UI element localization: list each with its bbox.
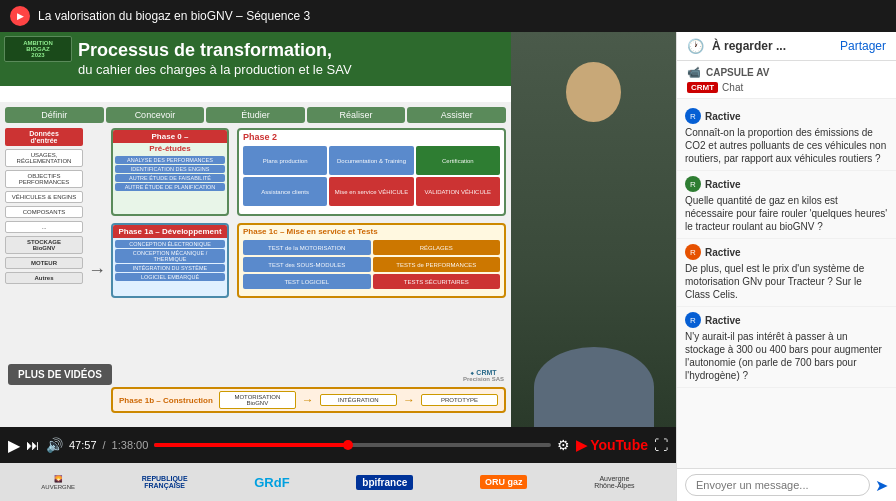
capsule-label: CAPSULE AV [706,67,769,78]
crmt-logo: ⬥ CRMT Precision SAS [463,369,504,383]
data-item-stockage: STOCKAGEBioGNV [5,236,83,254]
data-header: Donnéesd'entrée [5,128,83,146]
phase-2-item-valid: VALIDATION VÉHICULE [416,177,500,206]
phase-1b-box: Phase 1b – Construction MOTORISATION Bio… [111,387,506,413]
slide-header: AMBITION BIOGAZ 2023 Processus de transf… [0,32,511,86]
data-item-vehicules: VÉHICULES & ENGINS [5,191,83,203]
youtube-icon[interactable]: ▶ YouTube [576,437,648,453]
send-button[interactable]: ➤ [875,476,888,495]
username-1: Ractive [705,111,741,122]
phase-1c-title: Phase 1c – Mise en service et Tests [239,225,504,238]
phase-1c-item-6: TESTS SÉCURITAIRES [373,274,501,289]
slide-area: AMBITION BIOGAZ 2023 Processus de transf… [0,32,511,427]
phase-1b-item-1: MOTORISATION BioGNV [219,391,296,409]
phase-0-item-4: AUTRE ÉTUDE DE PLANIFICATION [115,183,225,191]
logo-republique: REPUBLIQUEFRANÇAISE [142,475,188,489]
phase-bar-item-etudier: Étudier [206,107,305,123]
settings-icon[interactable]: ⚙ [557,437,570,453]
chat-label: Chat [722,82,743,93]
slide-main-title: Processus de transformation, [78,40,503,62]
chat-message-2: R Ractive Quelle quantité de gaz en kilo… [677,171,896,239]
message-text-4: N'y aurait-il pas intérêt à passer à un … [685,330,888,382]
message-text-1: Connaît-on la proportion des émissions d… [685,126,888,165]
logo-grdf: GRdF [254,475,289,490]
phase-2-item-mise: Mise en service VÉHICULE [329,177,413,206]
data-item-objectifs: OBJECTIFSPERFORMANCES [5,170,83,188]
phase-1b-title: Phase 1b – Construction [119,396,213,405]
slide-subtitle: du cahier des charges à la production et… [78,62,503,79]
phase-0-subtitle: Pré-études [113,143,227,154]
message-text-3: De plus, quel est le prix d'un système d… [685,262,888,301]
sidebar-header: 🕐 À regarder ... Partager [677,32,896,61]
phase-1c-item-3: TEST des SOUS-MODULES [243,257,371,272]
current-time: 47:57 [69,439,97,451]
phase-0-box: Phase 0 – Pré-études ANALYSE DES PERFORM… [111,128,229,216]
more-videos-button[interactable]: PLUS DE VIDÉOS [8,364,112,385]
phase-0-title-bar: Phase 0 – [113,130,227,143]
phase-0-item-3: AUTRE ÉTUDE DE FAISABILITÉ [115,174,225,182]
phase-1c-box: Phase 1c – Mise en service et Tests TEST… [237,223,506,298]
avatar-3: R [685,244,701,260]
phase-1b-arrow-2: → [403,393,415,407]
phase-1c-item-5: TEST LOGICIEL [243,274,371,289]
play-button[interactable]: ▶ [8,436,20,455]
phase-2-item-cert: Certification [416,146,500,175]
phase-bar-item-definir: Définir [5,107,104,123]
data-item-composants: COMPOSANTS [5,206,83,218]
chat-messages: R Ractive Connaît-on la proportion des é… [677,99,896,468]
phase-1a-box: Phase 1a – Développement CONCEPTION ÉLEC… [111,223,229,298]
logo-rhone-alpes: AuvergneRhône-Alpes [594,475,634,489]
browser-favicon: ▶ [10,6,30,26]
username-3: Ractive [705,247,741,258]
phase-1a-item-1: CONCEPTION ÉLECTRONIQUE [115,240,225,248]
logo-oru: ORU gaz [480,475,528,489]
share-button[interactable]: Partager [840,39,886,53]
next-button[interactable]: ⏭ [26,437,40,453]
phase-2-item-plans: Plans production [243,146,327,175]
progress-bar-fill [154,443,348,447]
data-item-usages: USAGES,RÉGLEMENTATION [5,149,83,167]
crmt-logo-sidebar: CRMT [687,82,718,93]
clock-icon: 🕐 [687,38,704,54]
phase-1a-item-4: LOGICIEL EMBARQUÉ [115,273,225,281]
data-item-autres: Autres [5,272,83,284]
speaker-video [511,32,676,427]
phase-1b-item-3: PROTOTYPE [421,394,498,406]
phase-1c-item-4: TESTS de PERFORMANCES [373,257,501,272]
avatar-1: R [685,108,701,124]
phase-1c-item-1: TEST de la MOTORISATION [243,240,371,255]
phase-2-box: Phase 2 Plans production Documentation &… [237,128,506,216]
phase-2-title: Phase 2 [239,130,504,144]
message-text-2: Quelle quantité de gaz en kilos est néce… [685,194,888,233]
data-item-moteur: MOTEUR [5,257,83,269]
phase-1a-item-2: CONCEPTION MÉCANIQUE / THERMIQUE [115,249,225,263]
phase-1b-arrow-1: → [302,393,314,407]
phase-bar-item-assister: Assister [407,107,506,123]
phase-2-item-doc: Documentation & Training [329,146,413,175]
logo-bpi: bpifrance [356,475,413,490]
data-item-ellipsis: ... [5,221,83,233]
avatar-2: R [685,176,701,192]
chat-message-1: R Ractive Connaît-on la proportion des é… [677,103,896,171]
phase-bar: Définir Concevoir Étudier Réaliser Assis… [5,107,506,123]
fullscreen-icon[interactable]: ⛶ [654,437,668,453]
avatar-4: R [685,312,701,328]
phase-bar-item-realiser: Réaliser [307,107,406,123]
phase-1b-item-2: INTÉGRATION [320,394,397,406]
chat-input[interactable] [685,474,870,496]
browser-tab-title: La valorisation du biogaz en bioGNV – Sé… [38,9,310,23]
volume-icon[interactable]: 🔊 [46,437,63,453]
video-controls: ▶ ⏭ 🔊 47:57 / 1:38:00 ⚙ ▶ YouTube ⛶ [0,427,676,463]
progress-dot [343,440,353,450]
username-4: Ractive [705,315,741,326]
progress-bar-container[interactable] [154,443,550,447]
capsule-section: 📹 CAPSULE AV CRMT Chat [677,61,896,99]
logos-bar: 🌄AUVERGNE REPUBLIQUEFRANÇAISE GRdF bpifr… [0,463,676,501]
watch-later-label[interactable]: À regarder ... [712,39,786,53]
slide-logo: AMBITION BIOGAZ 2023 [4,36,72,62]
phase-1a-item-3: INTÉGRATION DU SYSTÈME [115,264,225,272]
time-separator: / [103,439,106,451]
phase-1c-item-2: RÉGLAGES [373,240,501,255]
chat-input-area: ➤ [677,468,896,501]
phase-2-item-assist: Assistance clients [243,177,327,206]
